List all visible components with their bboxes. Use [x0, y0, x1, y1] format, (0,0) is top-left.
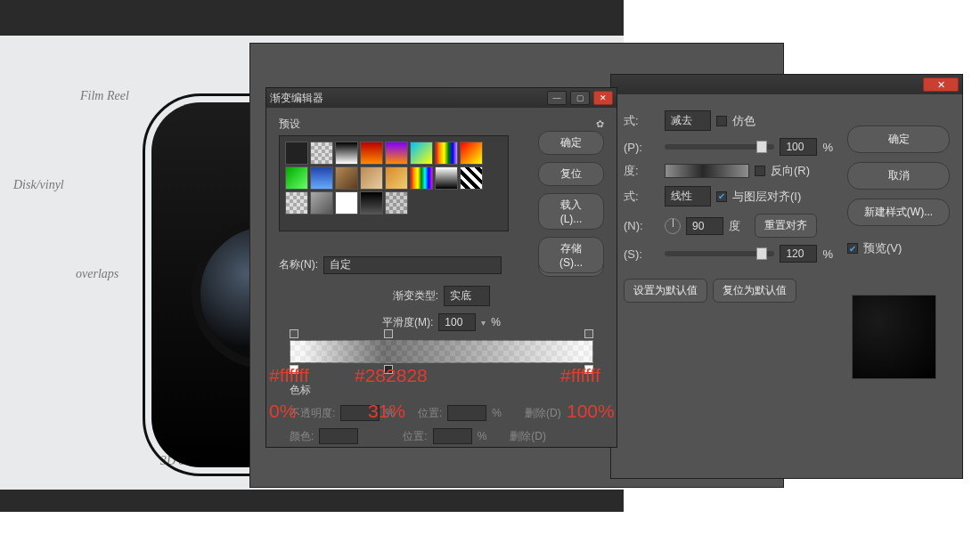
minimize-button[interactable]: — [547, 91, 567, 105]
align-label: 与图层对齐(I) [732, 189, 801, 205]
position-label: 位置: [418, 406, 442, 421]
preview-checkbox[interactable]: ✔ [847, 243, 858, 254]
preset-swatch[interactable] [335, 191, 358, 215]
preset-swatch[interactable] [360, 191, 383, 215]
preset-swatch[interactable] [310, 166, 333, 190]
angle-label: (N): [624, 219, 659, 232]
preview-label: 预览(V) [863, 240, 902, 256]
preset-swatch[interactable] [385, 166, 408, 190]
preset-swatch[interactable] [360, 142, 383, 165]
style-label: 式: [624, 189, 659, 205]
preset-swatch[interactable] [410, 142, 433, 165]
save-button[interactable]: 存储(S)... [538, 237, 604, 273]
close-button[interactable]: ✕ [923, 77, 959, 92]
preset-swatch[interactable] [285, 166, 308, 190]
scale-label: (S): [624, 247, 659, 261]
layer-style-panel: ✕ 确定 取消 新建样式(W)... ✔ 预览(V) 式: 减去 仿色 (P):… [610, 74, 963, 479]
sketch-label: Film Reel [80, 89, 129, 103]
align-checkbox[interactable]: ✔ [716, 191, 727, 202]
presets-grid[interactable] [279, 135, 509, 231]
preset-swatch[interactable] [435, 142, 458, 165]
style-preview-swatch [852, 295, 936, 379]
opacity-stop[interactable] [290, 329, 298, 338]
annotation-color: #ffffff [269, 365, 309, 386]
color-stop-field [319, 428, 358, 444]
percent-label: % [492, 407, 502, 419]
gradient-strip[interactable] [290, 340, 593, 363]
blend-mode-combo[interactable]: 减去 [665, 110, 711, 131]
name-label: 名称(N): [279, 257, 318, 272]
opacity-value[interactable]: 100 [780, 138, 817, 156]
preset-swatch[interactable] [310, 191, 333, 215]
gear-icon[interactable]: ✿ [596, 118, 604, 130]
percent-label: % [478, 430, 487, 442]
opacity-label: (P): [624, 141, 659, 154]
preset-swatch[interactable] [435, 166, 458, 190]
load-button[interactable]: 载入(L)... [538, 193, 604, 230]
preset-swatch[interactable] [335, 142, 358, 165]
preset-swatch[interactable] [335, 166, 358, 190]
ok-button[interactable]: 确定 [847, 126, 950, 153]
annotation-color: #282828 [355, 365, 428, 386]
color-stop-label: 颜色: [290, 429, 314, 444]
percent-label: % [822, 247, 833, 261]
reset-align-button[interactable]: 重置对齐 [755, 214, 817, 238]
position-field [447, 405, 486, 421]
maximize-button[interactable]: ▢ [570, 91, 590, 105]
opacity-stop[interactable] [384, 329, 393, 338]
reset-default-button[interactable]: 复位为默认值 [713, 279, 796, 303]
preset-swatch[interactable] [310, 142, 333, 165]
ok-button[interactable]: 确定 [538, 131, 604, 155]
gradient-type-combo[interactable]: 实底 [444, 286, 490, 306]
cancel-button[interactable]: 取消 [847, 162, 950, 190]
smoothness-value[interactable]: 100 [438, 313, 476, 331]
gradient-label: 度: [624, 163, 659, 179]
close-button[interactable]: ✕ [593, 91, 613, 105]
annotation-position: 100% [567, 401, 615, 422]
gradient-editor-window: 渐变编辑器 — ▢ ✕ 预设 ✿ 确定 复位 载入(L)... 存储(S)...… [265, 87, 617, 448]
reverse-label: 反向(R) [771, 163, 810, 179]
annotation-position: 31% [368, 401, 405, 422]
preset-swatch[interactable] [410, 166, 433, 190]
annotation-color: #ffffff [560, 365, 600, 386]
position-field [433, 428, 472, 444]
percent-label: % [491, 316, 501, 328]
preset-swatch[interactable] [385, 191, 408, 215]
gradient-swatch[interactable] [665, 164, 749, 178]
dither-checkbox[interactable] [716, 116, 727, 126]
stops-label: 色标 [290, 383, 593, 398]
percent-label: % [822, 141, 833, 154]
preset-swatch[interactable] [285, 191, 308, 215]
preset-swatch[interactable] [360, 166, 383, 190]
scale-value[interactable]: 120 [780, 245, 817, 263]
mode-label: 式: [624, 113, 659, 129]
window-title: 渐变编辑器 [270, 91, 323, 106]
reverse-checkbox[interactable] [755, 166, 765, 176]
annotation-position: 0% [269, 401, 296, 422]
preset-swatch[interactable] [385, 142, 408, 165]
reset-button[interactable]: 复位 [538, 162, 604, 186]
delete-label: 删除(D) [525, 406, 561, 421]
presets-label: 预设 [279, 117, 300, 132]
sketch-label: overlaps [76, 267, 118, 281]
gradient-type-label: 渐变类型: [393, 288, 438, 304]
scale-slider[interactable] [665, 251, 774, 256]
angle-value[interactable]: 90 [686, 217, 723, 235]
opacity-stop[interactable] [584, 329, 593, 338]
preset-swatch[interactable] [460, 142, 483, 165]
preset-swatch[interactable] [460, 166, 483, 190]
opacity-slider[interactable] [665, 144, 774, 150]
delete-label: 删除(D) [510, 429, 546, 444]
gradient-name-input[interactable] [323, 256, 502, 274]
new-style-button[interactable]: 新建样式(W)... [847, 199, 950, 226]
smoothness-label: 平滑度(M): [382, 315, 433, 330]
preset-swatch[interactable] [285, 142, 308, 165]
dither-label: 仿色 [732, 113, 755, 129]
angle-dial[interactable] [665, 218, 681, 234]
set-default-button[interactable]: 设置为默认值 [624, 279, 707, 303]
position-label: 位置: [403, 429, 427, 444]
opacity-stop-label: 不透明度: [290, 406, 335, 421]
sketch-label: Disk/vinyl [13, 178, 64, 192]
degree-label: 度 [729, 218, 740, 234]
style-combo[interactable]: 线性 [665, 186, 711, 207]
